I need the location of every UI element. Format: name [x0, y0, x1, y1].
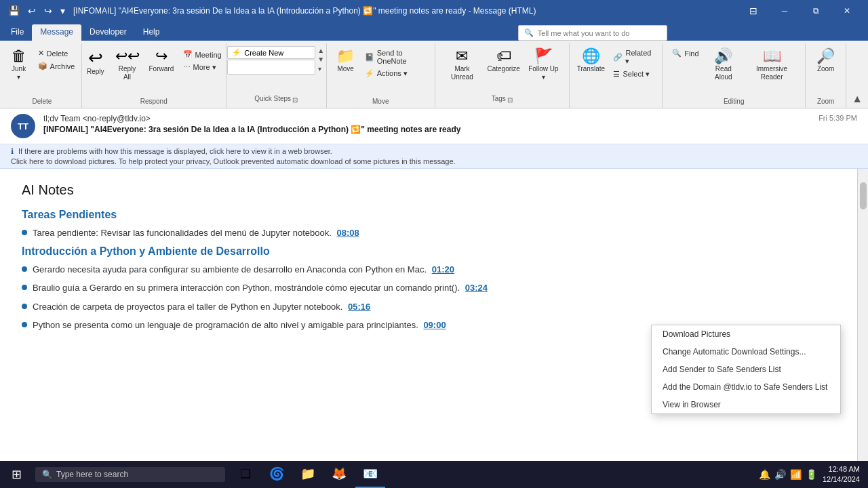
- tell-me-area: 🔍 Tell me what you want to do: [507, 25, 868, 41]
- reply-all-button[interactable]: ↩↩ Reply All: [111, 46, 144, 84]
- restore-down-icon[interactable]: ⊟: [738, 0, 769, 22]
- collapse-ribbon-button[interactable]: ▲: [852, 93, 863, 105]
- onenote-icon: 📓: [365, 53, 374, 62]
- immersive-reader-label: Immersive Reader: [748, 65, 795, 81]
- quick-step-empty[interactable]: [227, 60, 315, 75]
- network-icon[interactable]: 📶: [790, 469, 802, 480]
- categorize-button[interactable]: 🏷 Categorize: [485, 46, 522, 76]
- respond-group-label: Respond: [140, 98, 167, 108]
- select-button[interactable]: ☰ Select ▾: [609, 68, 657, 80]
- delete-group-label: Delete: [32, 98, 52, 108]
- close-button[interactable]: ✕: [831, 0, 863, 22]
- taskbar-search[interactable]: 🔍 Type here to search: [35, 467, 225, 482]
- junk-icon: 🗑: [12, 49, 26, 64]
- bullet-dot: [22, 304, 27, 309]
- tell-me-input[interactable]: 🔍 Tell me what you want to do: [518, 25, 667, 41]
- related-button[interactable]: 🔗 Related ▾: [609, 47, 657, 67]
- minimize-button[interactable]: ─: [769, 0, 800, 22]
- follow-up-button[interactable]: 🚩 Follow Up ▾: [524, 46, 563, 84]
- message-subject: [INFOMAIL] "AI4Everyone: 3ra sesión De l…: [43, 125, 810, 134]
- scrollbar[interactable]: [857, 169, 868, 467]
- message-header-info: tl;dv Team <no-reply@tldv.io> [INFOMAIL]…: [43, 114, 810, 134]
- immersive-reader-icon: 📖: [763, 49, 781, 64]
- explorer-app[interactable]: 📁: [293, 461, 323, 488]
- avatar: TT: [11, 114, 35, 138]
- list-item: Creación de carpeta de proyectos para el…: [22, 300, 835, 314]
- zoom-group-label: Zoom: [817, 98, 835, 108]
- undo-button[interactable]: ↩: [25, 4, 39, 18]
- actions-icon: ⚡: [365, 69, 374, 78]
- search-placeholder: Type here to search: [56, 470, 128, 479]
- expand-quick-steps-button[interactable]: ▾: [317, 64, 325, 74]
- customize-button[interactable]: ▾: [58, 4, 68, 18]
- find-button[interactable]: 🔍 Find: [668, 47, 703, 59]
- select-label: Select ▾: [623, 70, 650, 79]
- task-view-button[interactable]: ❑: [231, 461, 260, 488]
- translate-button[interactable]: 🌐 Translate: [574, 46, 608, 76]
- archive-button[interactable]: 📦 Archive: [34, 60, 79, 72]
- outlook-app[interactable]: 📧: [355, 461, 385, 488]
- context-menu-item-view-in-browser[interactable]: View in Browser: [652, 396, 840, 413]
- context-menu-item-add-domain[interactable]: Add the Domain @tldv.io to Safe Senders …: [652, 378, 840, 396]
- junk-button[interactable]: 🗑 Junk ▾: [5, 46, 33, 84]
- ribbon: 🗑 Junk ▾ ✕ Delete 📦 Archive Delete ↩ Rep…: [0, 41, 868, 108]
- actions-button[interactable]: ⚡ Actions ▾: [361, 68, 429, 79]
- scroll-down-button[interactable]: ▼: [317, 55, 325, 64]
- taskbar: ⊞ 🔍 Type here to search ❑ 🌀 📁 🦊 📧 🔔 🔊 📶 …: [0, 461, 868, 488]
- forward-label: Forward: [149, 65, 174, 73]
- context-menu-item-download-pictures[interactable]: Download Pictures: [652, 325, 840, 343]
- zoom-icon: 🔎: [816, 49, 835, 64]
- tab-file[interactable]: File: [3, 24, 32, 41]
- quick-steps-expand-icon[interactable]: ⊡: [292, 96, 298, 104]
- send-to-onenote-button[interactable]: 📓 Send to OneNote: [361, 47, 429, 66]
- list-item: Tarea pendiente: Revisar las funcionalid…: [22, 226, 835, 240]
- quick-steps-list: ⚡ Create New: [227, 46, 315, 75]
- zoom-button[interactable]: 🔎 Zoom: [812, 46, 840, 76]
- scroll-up-button[interactable]: ▲: [317, 46, 325, 55]
- list-item: Gerardo necesita ayuda para configurar s…: [22, 263, 835, 277]
- notification-icon[interactable]: 🔔: [759, 469, 770, 480]
- time-link[interactable]: 03:24: [465, 283, 488, 293]
- time-link[interactable]: 01:20: [432, 264, 454, 274]
- edge-app[interactable]: 🌀: [262, 461, 292, 488]
- tab-message[interactable]: Message: [32, 24, 81, 41]
- reply-all-label: Reply All: [115, 65, 140, 81]
- tab-developer[interactable]: Developer: [81, 24, 135, 41]
- info-bar[interactable]: ℹ If there are problems with how this me…: [0, 144, 868, 169]
- meeting-button[interactable]: 📅 Meeting: [179, 49, 226, 60]
- maximize-button[interactable]: ⧉: [800, 0, 831, 22]
- more-button[interactable]: ⋯ More ▾: [179, 62, 226, 73]
- context-menu-item-add-sender[interactable]: Add Sender to Safe Senders List: [652, 361, 840, 378]
- tab-help[interactable]: Help: [135, 24, 168, 41]
- mark-unread-button[interactable]: ✉ Mark Unread: [441, 46, 484, 84]
- reply-button[interactable]: ↩ Reply: [82, 46, 109, 79]
- tray-time[interactable]: 12:48 AM 12/14/2024: [823, 464, 860, 485]
- ribbon-group-tags: ✉ Mark Unread 🏷 Categorize 🚩 Follow Up ▾…: [435, 43, 570, 108]
- time-link[interactable]: 05:16: [348, 302, 370, 312]
- explorer-icon: 📁: [300, 466, 315, 481]
- immersive-reader-button[interactable]: 📖 Immersive Reader: [744, 46, 800, 84]
- start-button[interactable]: ⊞: [0, 461, 33, 488]
- save-button[interactable]: 💾: [5, 4, 22, 18]
- forward-button[interactable]: ↪ Forward: [145, 46, 177, 76]
- quick-step-create-new[interactable]: ⚡ Create New: [227, 46, 315, 59]
- create-new-icon: ⚡: [232, 48, 241, 57]
- tags-expand-icon[interactable]: ⊡: [507, 96, 513, 104]
- time-link[interactable]: 09:00: [423, 320, 446, 330]
- read-aloud-button[interactable]: 🔊 Read Aloud: [705, 46, 743, 84]
- translate-label: Translate: [577, 65, 605, 73]
- context-menu-item-change-auto-download[interactable]: Change Automatic Download Settings...: [652, 343, 840, 361]
- move-button[interactable]: 📁 Move: [332, 46, 359, 76]
- delete-button[interactable]: ✕ Delete: [34, 47, 79, 59]
- tell-me-placeholder: Tell me what you want to do: [538, 29, 630, 37]
- move-group-label: Move: [372, 98, 389, 108]
- firefox-app[interactable]: 🦊: [324, 461, 354, 488]
- search-icon: 🔍: [42, 470, 52, 479]
- translate-group-label: [615, 98, 617, 108]
- volume-icon[interactable]: 🔊: [774, 469, 786, 480]
- quick-steps-scroll: ▲ ▼ ▾: [317, 46, 325, 74]
- delete-icon: ✕: [38, 49, 44, 58]
- archive-icon: 📦: [38, 62, 47, 70]
- time-link[interactable]: 08:08: [336, 228, 359, 238]
- redo-button[interactable]: ↪: [41, 4, 55, 18]
